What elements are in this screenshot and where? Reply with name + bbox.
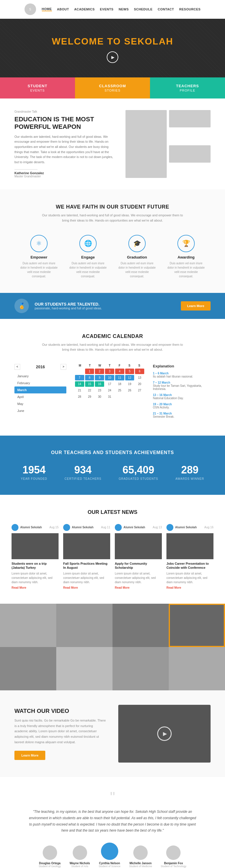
cal-day-18[interactable]: 18 bbox=[115, 381, 124, 387]
nav-resources[interactable]: RESOURCES bbox=[179, 7, 200, 11]
video-learn-more-button[interactable]: Learn More bbox=[14, 751, 45, 760]
gallery-item-5[interactable] bbox=[0, 647, 56, 690]
cal-day-31[interactable]: 31 bbox=[105, 394, 114, 400]
cal-day-1[interactable]: 1 bbox=[85, 369, 94, 374]
cal-day-24[interactable]: 24 bbox=[105, 388, 114, 393]
month-april[interactable]: April bbox=[14, 394, 66, 400]
cal-event-5-desc: Semester Break. bbox=[153, 415, 211, 418]
prev-year-button[interactable]: < bbox=[14, 364, 20, 370]
cal-day-16[interactable]: 16 bbox=[95, 381, 104, 387]
cal-day-2[interactable]: 2 bbox=[95, 369, 104, 374]
cal-day-8[interactable]: 8 bbox=[85, 375, 94, 380]
cal-day-28[interactable]: 28 bbox=[75, 394, 84, 400]
nav-events[interactable]: EVENTS bbox=[100, 7, 113, 11]
month-january[interactable]: January bbox=[14, 373, 66, 379]
next-year-button[interactable]: > bbox=[61, 364, 66, 370]
cal-day-4[interactable]: 4 bbox=[115, 369, 124, 374]
cal-day-20[interactable]: 20 bbox=[135, 381, 144, 387]
article-body: Our students are talented, hard-working … bbox=[14, 134, 117, 165]
nav-academics[interactable]: ACADEMICS bbox=[74, 7, 95, 11]
person-wayne: Wayne Nichols Student of Arts bbox=[70, 845, 90, 868]
hero-play-button[interactable] bbox=[107, 52, 118, 63]
cal-day-empty bbox=[75, 369, 84, 374]
cal-day-19[interactable]: 19 bbox=[125, 381, 135, 387]
photo-gallery bbox=[0, 604, 225, 690]
cal-event-4: 19 – 20 March OSN Activity. bbox=[153, 403, 211, 409]
cal-day-22[interactable]: 22 bbox=[85, 388, 94, 393]
cal-day-7[interactable]: 7 bbox=[75, 375, 84, 380]
news-author-row-4: Alumni Sekolah Aug 16 bbox=[166, 524, 214, 531]
calendar-grid: M T W T F S S 1 2 3 4 5 6 7 8 9 10 bbox=[75, 364, 144, 421]
read-more-2[interactable]: Read More bbox=[63, 586, 110, 589]
banner-learn-more-button[interactable]: Learn More bbox=[181, 301, 211, 311]
tab-classroom-stories[interactable]: CLASSROOM STORIES bbox=[75, 78, 150, 98]
person-role-cynthia: Student of Science bbox=[99, 865, 121, 868]
cal-day-12[interactable]: 12 bbox=[125, 375, 135, 380]
cal-day-3[interactable]: 3 bbox=[105, 369, 114, 374]
ach-teachers-label: CERTIFIED TEACHERS bbox=[65, 477, 102, 480]
nav-schedule[interactable]: SCHEDULE bbox=[134, 7, 153, 11]
nav-home[interactable]: HOME bbox=[42, 7, 52, 11]
cal-day-17[interactable]: 17 bbox=[105, 381, 114, 387]
news-author-4: Alumni Sekolah bbox=[175, 526, 197, 529]
gallery-item-1[interactable] bbox=[0, 604, 56, 647]
tab-teachers-profile[interactable]: TEACHERS PROFILE bbox=[150, 78, 225, 98]
icons-grid: ⚛ Empower Duis autem vel eum iriure dolo… bbox=[14, 235, 211, 278]
person-cynthia[interactable]: Cynthia Nelson Student of Science bbox=[99, 843, 121, 868]
faith-section: WE HAVE FAITH IN OUR STUDENT FUTURE Our … bbox=[0, 189, 225, 292]
gallery-item-6[interactable] bbox=[56, 647, 112, 690]
news-card-body-4: Lorem ipsum dolor sit amet, consectetuer… bbox=[166, 571, 214, 584]
month-march[interactable]: March bbox=[14, 386, 66, 394]
news-author-1: Alumni Sekolah bbox=[20, 526, 42, 529]
month-february[interactable]: February bbox=[14, 379, 66, 386]
person-name-wayne: Wayne Nichols bbox=[70, 862, 90, 865]
news-card-3: Alumni Sekolah Aug 13 Apply for Communit… bbox=[115, 524, 162, 590]
gallery-item-4-highlighted[interactable] bbox=[169, 604, 225, 647]
gallery-item-7[interactable] bbox=[112, 647, 169, 690]
cal-day-10[interactable]: 10 bbox=[105, 375, 114, 380]
icon-awarding: 🏆 Awarding Duis autem vel eum iriure dol… bbox=[167, 235, 205, 278]
nav-news[interactable]: NEWS bbox=[119, 7, 129, 11]
banner-text: OUR STUDENTS ARE TALENTED. passionate, h… bbox=[35, 302, 175, 310]
month-june[interactable]: June bbox=[14, 407, 66, 414]
gallery-item-2[interactable] bbox=[56, 604, 112, 647]
month-may[interactable]: May bbox=[14, 400, 66, 407]
person-michelle: Michelle Jansen Student of Medicine bbox=[129, 845, 152, 868]
cal-day-14[interactable]: 14 bbox=[75, 381, 84, 387]
video-play-button[interactable] bbox=[157, 726, 172, 741]
cal-day-21[interactable]: 21 bbox=[75, 388, 84, 393]
cal-day-15[interactable]: 15 bbox=[85, 381, 94, 387]
gallery-item-8[interactable] bbox=[169, 647, 225, 690]
cal-day-11[interactable]: 11 bbox=[115, 375, 124, 380]
cal-day-5[interactable]: 5 bbox=[125, 369, 135, 374]
calendar-days-header: M T W T F S S bbox=[75, 364, 144, 367]
gallery-item-3[interactable] bbox=[112, 604, 169, 647]
news-author-row-1: Alumni Sekolah Aug 15 bbox=[11, 524, 59, 531]
cal-day-13[interactable]: 13 bbox=[135, 375, 144, 380]
cal-day-29[interactable]: 29 bbox=[85, 394, 94, 400]
cal-event-2-date: 7 – 12 March bbox=[153, 381, 211, 384]
read-more-1[interactable]: Read More bbox=[11, 586, 59, 589]
ach-awards: 289 AWARDS WINNER bbox=[175, 464, 204, 480]
nav-contact[interactable]: CONTACT bbox=[158, 7, 174, 11]
cal-day-30[interactable]: 30 bbox=[95, 394, 104, 400]
news-card-title-3: Apply for Community Scholarship bbox=[115, 561, 162, 570]
hero-section: WELCOME TO SEKOLAH bbox=[0, 19, 225, 78]
read-more-4[interactable]: Read More bbox=[166, 586, 214, 589]
cal-day-6[interactable]: 6 bbox=[135, 369, 144, 374]
nav-about[interactable]: ABOUT bbox=[57, 7, 69, 11]
cal-day-27[interactable]: 27 bbox=[135, 388, 144, 393]
person-role-benjamin: Student of Technology bbox=[161, 865, 186, 868]
video-player[interactable] bbox=[118, 705, 211, 763]
day-m: M bbox=[75, 364, 85, 367]
read-more-3[interactable]: Read More bbox=[115, 586, 162, 589]
avatar-benjamin bbox=[166, 845, 181, 860]
news-section: OUR LATEST NEWS Alumni Sekolah Aug 15 St… bbox=[0, 495, 225, 604]
cal-day-25[interactable]: 25 bbox=[115, 388, 124, 393]
tab-student-events[interactable]: STUDENT EVENTS bbox=[0, 78, 75, 98]
person-name-michelle: Michelle Jansen bbox=[129, 862, 152, 865]
cal-day-9[interactable]: 9 bbox=[95, 375, 104, 380]
cal-day-26[interactable]: 26 bbox=[125, 388, 135, 393]
awarding-icon: 🏆 bbox=[177, 235, 195, 252]
cal-day-23[interactable]: 23 bbox=[95, 388, 104, 393]
